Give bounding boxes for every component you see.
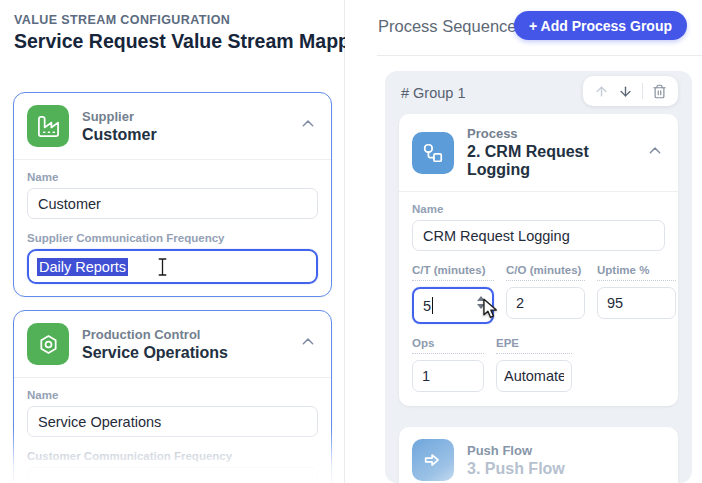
card-divider (399, 191, 678, 192)
production-name-label: Name (27, 389, 318, 401)
uptime-label: Uptime % (597, 264, 676, 281)
workflow-icon (412, 132, 454, 174)
actions-separator (642, 83, 643, 99)
metric-ops: Ops (412, 337, 484, 392)
uptime-input[interactable] (597, 287, 676, 319)
metrics-row-2: Ops EPE (412, 337, 665, 392)
metric-epe: EPE (496, 337, 572, 392)
ct-label: C/T (minutes) (412, 264, 494, 281)
trash-icon[interactable] (652, 84, 667, 99)
production-name-input[interactable] (27, 406, 318, 437)
ops-label: Ops (412, 337, 484, 354)
bottom-fade (692, 388, 702, 483)
production-card-labels: Production Control Service Operations (82, 327, 287, 362)
production-card-title: Service Operations (82, 344, 287, 362)
move-up-icon[interactable] (594, 84, 609, 99)
push-flow-title: 3. Push Flow (467, 460, 665, 478)
group-label: # Group 1 (401, 85, 466, 101)
process-card-title: 2. CRM Request Logging (467, 143, 634, 179)
ct-value: 5 (423, 298, 431, 314)
metric-co: C/O (minutes) (506, 264, 585, 324)
chevron-up-icon[interactable] (300, 116, 316, 136)
supplier-freq-label: Supplier Communication Frequency (27, 232, 318, 244)
hex-nut-icon (27, 323, 69, 365)
process-sequence-panel: Process Sequence + Add Process Group # G… (346, 0, 702, 483)
supplier-card-title: Customer (82, 126, 287, 144)
process-group-card: # Group 1 (385, 71, 692, 483)
push-flow-card[interactable]: Push Flow 3. Push Flow (399, 427, 678, 483)
configuration-panel: VALUE STREAM CONFIGURATION Service Reque… (0, 0, 345, 483)
group-header: # Group 1 (385, 71, 692, 110)
card-divider (14, 159, 331, 160)
process-card-header[interactable]: Process 2. CRM Request Logging (412, 126, 665, 179)
push-flow-header: Push Flow 3. Push Flow (412, 439, 665, 481)
metric-uptime: Uptime % (597, 264, 676, 324)
push-flow-type-label: Push Flow (467, 443, 665, 458)
panel-eyebrow: VALUE STREAM CONFIGURATION (14, 13, 230, 27)
supplier-type-label: Supplier (82, 109, 287, 124)
production-card-header[interactable]: Production Control Service Operations (27, 323, 318, 365)
arrow-right-icon (412, 439, 454, 481)
group-actions (583, 76, 678, 106)
production-type-label: Production Control (82, 327, 287, 342)
production-freq-input[interactable] (27, 467, 318, 483)
ct-input[interactable]: 5 (412, 287, 494, 324)
header-divider (377, 55, 702, 56)
process-sequence-title: Process Sequence (378, 17, 517, 36)
factory-icon (27, 105, 69, 147)
epe-input[interactable] (496, 360, 572, 392)
chevron-up-icon[interactable] (647, 143, 663, 163)
supplier-name-input[interactable] (27, 188, 318, 219)
supplier-name-label: Name (27, 171, 318, 183)
supplier-card-labels: Supplier Customer (82, 109, 287, 144)
mouse-cursor-icon (481, 298, 500, 323)
production-control-card: Production Control Service Operations Na… (13, 310, 332, 483)
chevron-up-icon[interactable] (300, 334, 316, 354)
push-flow-labels: Push Flow 3. Push Flow (467, 443, 665, 478)
card-divider (14, 377, 331, 378)
epe-label: EPE (496, 337, 572, 354)
ops-input[interactable] (412, 360, 484, 392)
page-title: Service Request Value Stream Mapping (14, 30, 345, 53)
co-label: C/O (minutes) (506, 264, 585, 281)
selected-text: Daily Reports (37, 258, 128, 276)
metrics-row-1: C/T (minutes) 5 (412, 264, 665, 324)
supplier-card: Supplier Customer Name Supplier Communic… (13, 92, 332, 297)
process-name-label: Name (412, 203, 665, 215)
text-caret (432, 297, 433, 314)
move-down-icon[interactable] (618, 84, 633, 99)
co-input[interactable] (506, 287, 585, 319)
supplier-freq-input[interactable]: Daily Reports (27, 249, 318, 284)
production-freq-label: Customer Communication Frequency (27, 450, 318, 462)
app-window: VALUE STREAM CONFIGURATION Service Reque… (0, 0, 702, 483)
process-card: Process 2. CRM Request Logging Name C/T … (399, 114, 678, 406)
process-card-labels: Process 2. CRM Request Logging (467, 126, 634, 179)
supplier-card-header[interactable]: Supplier Customer (27, 105, 318, 147)
process-type-label: Process (467, 126, 634, 141)
text-cursor-icon (157, 257, 168, 281)
metric-ct: C/T (minutes) 5 (412, 264, 494, 324)
add-process-group-button[interactable]: + Add Process Group (514, 11, 687, 40)
process-name-input[interactable] (412, 220, 665, 251)
